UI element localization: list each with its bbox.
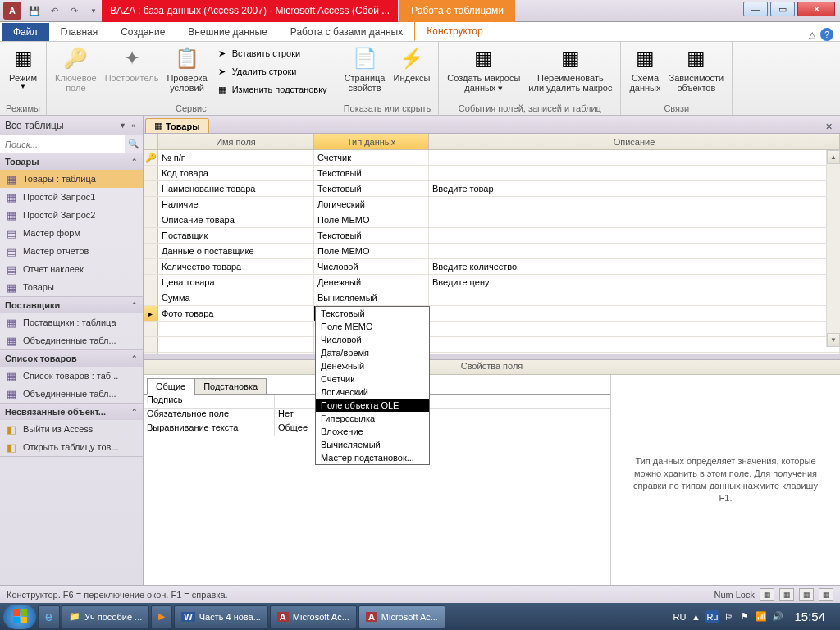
dropdown-item[interactable]: Поле МЕМО (316, 320, 429, 333)
cell-type[interactable]: Поле МЕМО (314, 212, 429, 227)
create-macros-button[interactable]: ▦Создать макросы данных ▾ (444, 43, 523, 94)
relationships-button[interactable]: ▦Схема данных (626, 43, 664, 94)
cell-desc[interactable] (429, 212, 840, 227)
pivot-view-icon[interactable]: ▦ (799, 588, 814, 601)
field-row[interactable]: Описание товара Поле МЕМО (144, 212, 840, 228)
minimize-ribbon-icon[interactable]: △ (809, 30, 815, 40)
nav-item[interactable]: ◧Выйти из Access (0, 420, 143, 438)
nav-group-header[interactable]: Несвязанные объект...⌃ (0, 404, 143, 420)
row-selector[interactable] (144, 181, 158, 196)
dropdown-item[interactable]: Числовой (316, 333, 429, 346)
cell-name[interactable]: Наличие (158, 197, 314, 212)
design-view-icon[interactable]: ▦ (779, 588, 794, 601)
tab-external[interactable]: Внешние данные (176, 23, 279, 41)
maximize-button[interactable]: ▭ (770, 2, 795, 16)
cell-desc[interactable]: Введите цену (429, 275, 840, 290)
close-button[interactable]: ✕ (797, 2, 835, 16)
tray-action-icon[interactable]: ⚑ (738, 610, 751, 623)
field-row-empty[interactable] (144, 322, 840, 337)
cell-name[interactable]: Описание товара (158, 212, 314, 227)
cell-desc[interactable] (429, 306, 840, 321)
nav-group-header[interactable]: Список товаров⌃ (0, 350, 143, 367)
cell-desc[interactable] (429, 166, 840, 180)
cell-type[interactable]: Числовой (314, 259, 429, 274)
dropdown-item[interactable]: Логический (316, 386, 429, 399)
pivotchart-view-icon[interactable]: ▦ (819, 588, 833, 601)
tab-dbtools[interactable]: Работа с базами данных (279, 23, 414, 41)
dropdown-item[interactable]: Вычисляемый (316, 438, 429, 451)
row-selector[interactable] (144, 212, 158, 227)
file-tab[interactable]: Файл (2, 23, 49, 41)
nav-item[interactable]: ▦Поставщики : таблица (0, 313, 143, 331)
nav-item[interactable]: ▦Простой Запрос2 (0, 206, 143, 224)
field-row[interactable]: Наименование товара Текстовый Введите то… (144, 181, 840, 197)
cell-name[interactable]: Сумма (158, 290, 314, 305)
cell-type[interactable]: Текстовый (314, 228, 429, 243)
tray-keyboard-icon[interactable]: Ru (705, 610, 719, 623)
insert-rows-button[interactable]: ➤Вставить строки (212, 45, 331, 62)
field-row[interactable]: Данные о поставщике Поле МЕМО (144, 244, 840, 259)
taskbar-word[interactable]: WЧасть 4 нова... (174, 605, 268, 628)
field-row-empty[interactable] (144, 337, 840, 353)
scroll-down-icon[interactable]: ▼ (827, 333, 840, 347)
validation-button[interactable]: 📋Проверка условий (163, 43, 210, 94)
cell-type[interactable]: Денежный (314, 275, 429, 290)
cell-desc[interactable]: Введите количество (429, 259, 840, 274)
delete-rows-button[interactable]: ➤Удалить строки (212, 63, 331, 80)
row-selector[interactable] (144, 275, 158, 290)
tray-up-icon[interactable]: ▲ (689, 610, 702, 623)
dropdown-item[interactable]: Дата/время (316, 346, 429, 359)
tab-home[interactable]: Главная (49, 23, 110, 41)
tray-flag-icon[interactable]: 🏳 (722, 610, 735, 623)
row-selector-header[interactable] (144, 134, 158, 149)
datasheet-view-icon[interactable]: ▦ (760, 588, 774, 601)
clock[interactable]: 15:54 (788, 609, 832, 623)
nav-item[interactable]: ◧Открыть таблицу тов... (0, 438, 143, 456)
help-icon[interactable]: ? (820, 28, 833, 41)
tab-create[interactable]: Создание (109, 23, 176, 41)
nav-item[interactable]: ▤Отчет наклеек (0, 260, 143, 278)
row-selector[interactable] (144, 228, 158, 243)
tab-lookup[interactable]: Подстановка (194, 378, 267, 395)
dropdown-icon[interactable]: ▼ (116, 121, 129, 130)
row-selector[interactable] (144, 197, 158, 212)
cell-type[interactable]: Поле МЕМО (314, 244, 429, 258)
dependencies-button[interactable]: ▦Зависимости объектов (666, 43, 728, 94)
cell-name[interactable]: Данные о поставщике (158, 244, 314, 258)
taskbar-ie[interactable]: e (38, 605, 60, 628)
taskbar-media[interactable]: ▶ (151, 605, 172, 628)
search-icon[interactable]: 🔍 (125, 135, 143, 153)
nav-item[interactable]: ▦Товары (0, 278, 143, 296)
field-row[interactable]: Количество товара Числовой Введите колич… (144, 259, 840, 275)
property-sheet-button[interactable]: 📄Страница свойств (341, 43, 389, 94)
col-header-type[interactable]: Тип данных (314, 134, 429, 149)
splitter[interactable] (144, 354, 840, 360)
save-icon[interactable]: 💾 (26, 2, 43, 19)
scroll-up-icon[interactable]: ▲ (827, 150, 840, 164)
close-document-icon[interactable]: ✕ (822, 120, 835, 133)
dropdown-item[interactable]: Счетчик (316, 372, 429, 386)
field-row[interactable]: Цена товара Денежный Введите цену (144, 275, 840, 290)
dropdown-item[interactable]: Денежный (316, 359, 429, 372)
dropdown-item[interactable]: Гиперссылка (316, 412, 429, 425)
cell-name[interactable]: Поставщик (158, 228, 314, 243)
cell-type[interactable]: Текстовый (314, 181, 429, 196)
tab-design[interactable]: Конструктор (414, 21, 495, 41)
lang-indicator[interactable]: RU (673, 612, 687, 622)
builder-button[interactable]: ✦Построитель (102, 43, 162, 84)
document-tab[interactable]: ▦ Товары (145, 118, 209, 133)
view-button[interactable]: ▦Режим▼ (5, 43, 41, 92)
dropdown-item[interactable]: Мастер подстановок... (316, 451, 429, 464)
nav-item[interactable]: ▦Список товаров : таб... (0, 367, 143, 385)
tab-general[interactable]: Общие (147, 378, 194, 395)
collapse-icon[interactable]: « (129, 121, 138, 130)
nav-group-header[interactable]: Товары⌃ (0, 153, 143, 170)
cell-type[interactable]: Счетчик (314, 150, 429, 165)
field-row[interactable]: Наличие Логический (144, 197, 840, 212)
nav-header[interactable]: Все таблицы ▼ « (0, 116, 143, 135)
tray-network-icon[interactable]: 📶 (755, 610, 768, 623)
nav-item[interactable]: ▦Простой Запрос1 (0, 188, 143, 206)
row-selector[interactable]: 🔑 (144, 150, 158, 165)
vertical-scrollbar[interactable]: ▲ ▼ (826, 150, 840, 347)
cell-name[interactable]: Код товара (158, 166, 314, 180)
